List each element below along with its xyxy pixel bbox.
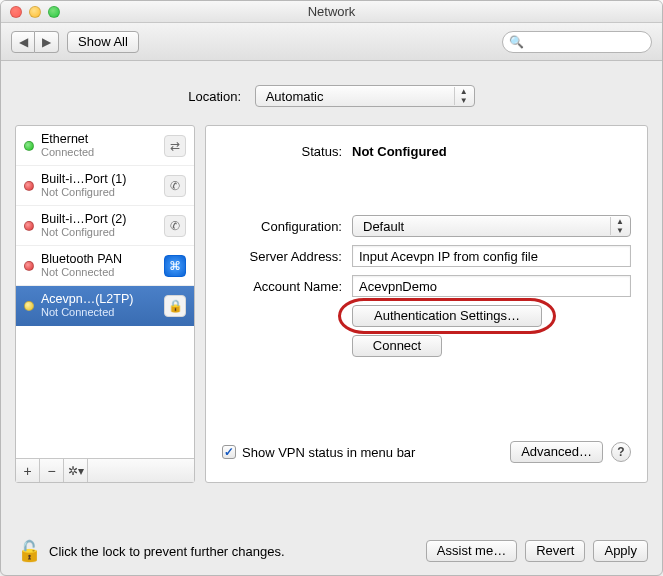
chevron-up-down-icon: ▲▼ (610, 217, 624, 235)
service-actions-button[interactable]: ✲▾ (64, 459, 88, 482)
configuration-popup[interactable]: Default ▲▼ (352, 215, 631, 237)
services-sidebar: Ethernet Connected ⇄ Built-i…Port (1) No… (15, 125, 195, 483)
location-value: Automatic (266, 89, 324, 104)
authentication-settings-button[interactable]: Authentication Settings… (352, 305, 542, 327)
service-text: Built-i…Port (2) Not Configured (41, 212, 157, 239)
service-list[interactable]: Ethernet Connected ⇄ Built-i…Port (1) No… (16, 126, 194, 458)
checkbox-icon: ✓ (222, 445, 236, 459)
show-vpn-status-checkbox[interactable]: ✓ Show VPN status in menu bar (222, 445, 415, 460)
revert-button[interactable]: Revert (525, 540, 585, 562)
window-title: Network (1, 1, 662, 23)
detail-pane: Status: Not Configured Configuration: De… (205, 125, 648, 483)
toolbar: ◀ ▶ Show All 🔍 (1, 23, 662, 61)
service-text: Acevpn…(L2TP) Not Connected (41, 292, 157, 319)
show-all-button[interactable]: Show All (67, 31, 139, 53)
status-dot-icon (24, 301, 34, 311)
configuration-value: Default (363, 219, 404, 234)
search-field[interactable]: 🔍 (502, 31, 652, 53)
service-text: Bluetooth PAN Not Connected (41, 252, 157, 279)
service-item-builtin-port-2[interactable]: Built-i…Port (2) Not Configured ✆ (16, 206, 194, 246)
service-name: Acevpn…(L2TP) (41, 292, 157, 306)
bluetooth-icon: ⌘ (164, 255, 186, 277)
lock-text: Click the lock to prevent further change… (49, 544, 285, 559)
phone-icon: ✆ (164, 215, 186, 237)
phone-icon: ✆ (164, 175, 186, 197)
service-item-builtin-port-1[interactable]: Built-i…Port (1) Not Configured ✆ (16, 166, 194, 206)
content: Location: Automatic ▲▼ Ethernet Connecte… (1, 61, 662, 483)
network-pref-window: Network ◀ ▶ Show All 🔍 Location: Automat… (0, 0, 663, 576)
connect-button[interactable]: Connect (352, 335, 442, 357)
service-text: Ethernet Connected (41, 132, 157, 159)
status-dot-icon (24, 221, 34, 231)
status-dot-icon (24, 141, 34, 151)
ethernet-icon: ⇄ (164, 135, 186, 157)
status-dot-icon (24, 181, 34, 191)
server-address-field[interactable] (352, 245, 631, 267)
location-label: Location: (188, 89, 241, 104)
back-button[interactable]: ◀ (11, 31, 35, 53)
service-sub: Not Configured (41, 226, 157, 239)
service-sub: Not Configured (41, 186, 157, 199)
remove-service-button[interactable]: − (40, 459, 64, 482)
service-item-bluetooth-pan[interactable]: Bluetooth PAN Not Connected ⌘ (16, 246, 194, 286)
service-name: Bluetooth PAN (41, 252, 157, 266)
service-item-ethernet[interactable]: Ethernet Connected ⇄ (16, 126, 194, 166)
account-name-field[interactable] (352, 275, 631, 297)
status-label: Status: (222, 144, 352, 159)
titlebar: Network (1, 1, 662, 23)
configuration-label: Configuration: (222, 219, 352, 234)
forward-button[interactable]: ▶ (35, 31, 59, 53)
status-dot-icon (24, 261, 34, 271)
service-name: Built-i…Port (1) (41, 172, 157, 186)
lock-icon: 🔒 (164, 295, 186, 317)
location-row: Location: Automatic ▲▼ (15, 85, 648, 107)
nav-seg: ◀ ▶ (11, 31, 59, 53)
advanced-button[interactable]: Advanced… (510, 441, 603, 463)
status-value: Not Configured (352, 144, 631, 159)
search-icon: 🔍 (509, 35, 524, 49)
search-wrap: 🔍 (502, 31, 652, 53)
help-button[interactable]: ? (611, 442, 631, 462)
service-sub: Connected (41, 146, 157, 159)
unlock-icon[interactable]: 🔓 (15, 537, 43, 565)
service-sub: Not Connected (41, 306, 157, 319)
chevron-up-down-icon: ▲▼ (454, 87, 468, 105)
apply-button[interactable]: Apply (593, 540, 648, 562)
service-name: Ethernet (41, 132, 157, 146)
service-text: Built-i…Port (1) Not Configured (41, 172, 157, 199)
columns: Ethernet Connected ⇄ Built-i…Port (1) No… (15, 125, 648, 483)
bottom-buttons: Assist me… Revert Apply (426, 540, 648, 562)
add-service-button[interactable]: + (16, 459, 40, 482)
sidebar-footer: + − ✲▾ (16, 458, 194, 482)
service-item-acevpn-l2tp[interactable]: Acevpn…(L2TP) Not Connected 🔒 (16, 286, 194, 326)
bottom-bar: 🔓 Click the lock to prevent further chan… (15, 537, 648, 565)
server-address-label: Server Address: (222, 249, 352, 264)
show-vpn-status-label: Show VPN status in menu bar (242, 445, 415, 460)
account-name-label: Account Name: (222, 279, 352, 294)
location-popup[interactable]: Automatic ▲▼ (255, 85, 475, 107)
service-sub: Not Connected (41, 266, 157, 279)
assist-me-button[interactable]: Assist me… (426, 540, 517, 562)
service-name: Built-i…Port (2) (41, 212, 157, 226)
